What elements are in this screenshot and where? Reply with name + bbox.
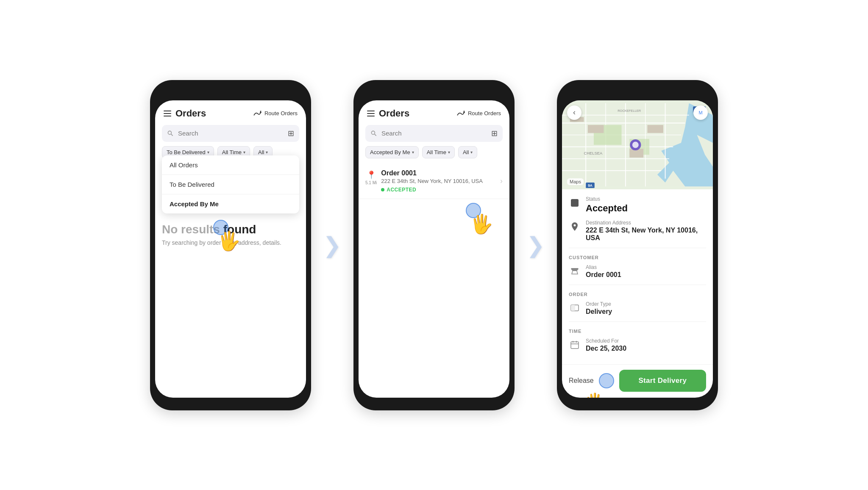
phone-2-title: Orders	[379, 108, 409, 119]
phone-2-header: Orders Route Orders	[359, 100, 509, 123]
status-dot-accepted	[381, 188, 384, 191]
phone-3: FDR CHELSEA ROCKEFELLER 9A ‹ M	[557, 80, 718, 410]
scheduled-label: Scheduled For	[586, 338, 626, 344]
order-section-title: ORDER	[569, 292, 706, 297]
svg-line-5	[375, 134, 376, 136]
customer-section: CUSTOMER Alias Order 0001	[569, 255, 706, 279]
destination-row: Destination Address 222 E 34th St, New Y…	[569, 220, 706, 242]
phone-3-home-bar	[616, 401, 659, 403]
phone-2-search-bar[interactable]: ⊞	[365, 125, 503, 142]
maps-icon: M	[696, 108, 705, 117]
phone-2-filter-chip-accepted[interactable]: Accepted By Me ▾	[365, 146, 419, 158]
phone-1-search-input[interactable]	[178, 130, 284, 137]
svg-rect-21	[588, 125, 604, 133]
divider-2	[569, 285, 706, 285]
order-type-content: Order Type Delivery	[586, 301, 612, 316]
chevron-down-icon: ▾	[207, 150, 209, 155]
release-touch-area	[599, 373, 614, 388]
chevron-down-icon: ▾	[266, 150, 268, 155]
alias-row: Alias Order 0001	[569, 264, 706, 279]
status-value: Accepted	[586, 203, 628, 214]
maps-label: Maps	[567, 178, 584, 185]
phone-2-barcode-icon[interactable]: ⊞	[491, 129, 498, 138]
barcode-icon[interactable]: ⊞	[288, 129, 294, 138]
svg-text:9A: 9A	[588, 183, 593, 188]
phone-2-notch	[409, 85, 459, 97]
hamburger-icon[interactable]	[164, 111, 171, 116]
time-section-title: TIME	[569, 329, 706, 334]
phone-1-notch	[205, 85, 256, 97]
detail-panel: Status Accepted Destin	[562, 189, 713, 364]
status-row: Status Accepted	[569, 196, 706, 214]
order-type-label: Order Type	[586, 301, 612, 307]
svg-line-2	[171, 134, 173, 136]
phone-3-screen: FDR CHELSEA ROCKEFELLER 9A ‹ M	[562, 100, 713, 398]
phone-2-screen: Orders Route Orders ⊞	[359, 100, 509, 398]
status-section: Status Accepted Destin	[569, 196, 706, 242]
no-results-subtitle: Try searching by order alias, address, d…	[162, 239, 299, 247]
order-list-item[interactable]: 📍 5.1 Mi Order 0001 222 E 34th St, New Y…	[359, 163, 509, 199]
phone-2-filter-chip-all-time[interactable]: All Time ▾	[422, 146, 455, 158]
phone-1-route-label: Route Orders	[264, 110, 298, 116]
chevron-down-icon: ▾	[470, 150, 473, 155]
order-status-row: ACCEPTED	[381, 187, 497, 193]
alias-value: Order 0001	[586, 271, 621, 279]
phone-1-no-results: No results found Try searching by order …	[155, 214, 306, 256]
phone-1-search-bar[interactable]: ⊞	[162, 125, 299, 142]
time-section: TIME Scheduled For Dec 2	[569, 329, 706, 352]
map-app-badge: M	[693, 105, 708, 120]
no-results-title: No results found	[162, 223, 299, 236]
order-address: 222 E 34th St, New York, NY 10016, USA	[381, 178, 497, 184]
phone-2-header-left: Orders	[367, 108, 409, 119]
divider-1	[569, 248, 706, 248]
phone-2-home-bar	[413, 401, 455, 403]
destination-icon	[569, 221, 581, 233]
phone-2-filter-row: Accepted By Me ▾ All Time ▾ All ▾	[359, 146, 509, 163]
order-section: ORDER Order Type Delivery	[569, 292, 706, 316]
phone-1-header: Orders Route Orders	[155, 100, 306, 123]
phone-2-route-icon	[456, 110, 465, 117]
svg-rect-23	[647, 125, 663, 133]
alias-label: Alias	[586, 264, 621, 270]
phone-1: Orders Route Orders ⊞	[150, 80, 311, 410]
cursor-hand-3: 🖐	[584, 393, 605, 398]
phone-1-header-left: Orders	[164, 108, 206, 119]
order-type-row: Order Type Delivery	[569, 301, 706, 316]
arrow-1: ❯	[323, 233, 342, 258]
dropdown-item-all-orders[interactable]: All Orders	[162, 155, 299, 175]
order-name: Order 0001	[381, 169, 497, 177]
order-info: Order 0001 222 E 34th St, New York, NY 1…	[381, 169, 497, 193]
back-button[interactable]: ‹	[567, 105, 581, 120]
destination-content: Destination Address 222 E 34th St, New Y…	[586, 220, 706, 242]
order-type-icon	[569, 302, 581, 314]
phone-2-route[interactable]: Route Orders	[456, 110, 501, 117]
dropdown-item-accepted-by-me[interactable]: Accepted By Me	[162, 194, 299, 213]
arrow-2: ❯	[526, 233, 545, 258]
divider-3	[569, 321, 706, 322]
phone-1-dropdown: All Orders To Be Delivered Accepted By M…	[162, 155, 299, 213]
phone-2-search-input[interactable]	[381, 130, 487, 137]
destination-label: Destination Address	[586, 220, 706, 226]
scheduled-content: Scheduled For Dec 25, 2030	[586, 338, 626, 352]
order-status-label: ACCEPTED	[387, 187, 416, 193]
bottom-action-bar: Release Start Delivery 🖐	[562, 364, 713, 398]
phone-2-hamburger-icon[interactable]	[367, 111, 375, 116]
phone-1-title: Orders	[175, 108, 206, 119]
scheduled-row: Scheduled For Dec 25, 2030	[569, 338, 706, 352]
alias-content: Alias Order 0001	[586, 264, 621, 279]
phone-3-notch	[612, 85, 663, 97]
order-type-value: Delivery	[586, 308, 612, 316]
svg-text:M: M	[698, 110, 702, 115]
chevron-down-icon: ▾	[243, 150, 245, 155]
route-icon	[253, 110, 262, 117]
phone-1-route[interactable]: Route Orders	[253, 110, 298, 117]
calendar-icon	[569, 339, 581, 351]
start-delivery-button[interactable]: Start Delivery	[619, 370, 706, 392]
dropdown-item-to-be-delivered[interactable]: To Be Delivered	[162, 175, 299, 194]
touch-cursor-3: 🖐	[587, 389, 609, 398]
order-chevron-icon: ›	[500, 177, 503, 185]
svg-text:ROCKEFELLER: ROCKEFELLER	[618, 109, 641, 113]
status-label: Status	[586, 196, 628, 202]
phone-2-filter-chip-all[interactable]: All ▾	[458, 146, 477, 158]
map-container: FDR CHELSEA ROCKEFELLER 9A ‹ M	[562, 100, 713, 189]
